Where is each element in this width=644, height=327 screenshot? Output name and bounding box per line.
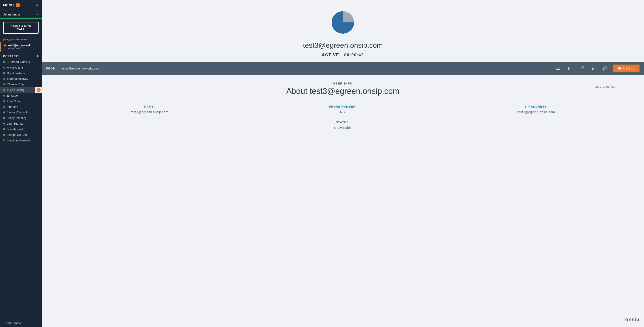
user-info-label: USER INFO — [55, 82, 630, 85]
hamburger-icon[interactable]: ≡ — [36, 3, 38, 7]
from-account: jenny@junctionnetwork... — [0, 37, 42, 42]
caller-id: test3@egreen.onsip.com — [303, 41, 383, 49]
name-label: NAME: — [55, 105, 244, 108]
transfer-button[interactable]: ⇄ — [554, 65, 562, 72]
contact-item[interactable]: Brent Barbara — [0, 70, 42, 76]
contact-name: Eileen Huang — [7, 88, 24, 92]
contacts-label: CONTACTS — [3, 55, 20, 58]
contact-list: 55 Broad Video C...Alicia KnightBrent Ba… — [0, 59, 42, 143]
contact-name: Joseph De Bari — [7, 133, 27, 136]
add-contact-link[interactable]: ADD CONTACT — [595, 85, 617, 88]
contact-name: Jon Margalit — [7, 128, 23, 131]
user-name: Jenny Liang — [3, 12, 20, 16]
contact-status-dot — [3, 128, 5, 130]
onsip-logo: onsip — [625, 317, 640, 323]
contact-item[interactable]: Alicia Knight — [0, 65, 42, 70]
user-info-section: USER INFO ADD CONTACT About test3@egreen… — [42, 75, 644, 136]
timer-value: 00:00:42 — [344, 53, 364, 57]
drag-cursor-icon: ↙ — [36, 88, 40, 92]
contacts-section: CONTACTS + 55 Broad Video C...Alicia Kni… — [0, 52, 42, 319]
phone-value: N/A — [248, 110, 437, 114]
add-contact-bottom-button[interactable]: + Add Contact — [0, 319, 42, 327]
hold-button[interactable]: ⏸ — [565, 65, 573, 72]
sip-label: SIP ADDRESS: — [442, 105, 630, 108]
contact-item[interactable]: John Riordan — [0, 121, 42, 126]
contact-name: bureauoffestivity — [7, 77, 28, 80]
menu-label: MENU ! — [3, 3, 20, 7]
active-call-dot — [4, 44, 6, 47]
sip-value: test3@egreen.onsip.com — [442, 110, 630, 114]
start-new-call-button[interactable]: START A NEW CALL — [3, 22, 38, 34]
status-row: STATUS: Unavailable — [55, 121, 630, 130]
header-bar: MENU ! ≡ — [0, 0, 42, 10]
contact-item[interactable]: Fran Colon — [0, 98, 42, 104]
menu-badge: ! — [16, 3, 20, 7]
sip-field: SIP ADDRESS: test3@egreen.onsip.com — [442, 105, 630, 114]
name-value: test3@egreen.onsip.com — [55, 110, 244, 114]
menu-text: MENU — [3, 3, 14, 7]
contact-name: Junction Networks — [7, 139, 31, 142]
active-timer: ACTIVE: 00:00:42 — [322, 53, 364, 57]
contact-name: John Riordan — [7, 122, 24, 125]
contact-item[interactable]: Joseph De Bari — [0, 132, 42, 138]
contact-name: James Criscuolo — [7, 111, 28, 114]
contact-status-dot — [3, 61, 5, 63]
sidebar: MENU ! ≡ Jenny Liang ▾ START A NEW CALL … — [0, 0, 42, 327]
contact-status-dot — [3, 123, 5, 125]
main-panel: test3@egreen.onsip.com ACTIVE: 00:00:42 … — [42, 0, 644, 327]
contact-status-dot — [3, 139, 5, 141]
phone-label: PHONE NUMBER: — [248, 105, 437, 108]
contact-name: 55 Broad Video C... — [7, 60, 32, 64]
active-call-status: active 00:00:42 — [4, 47, 38, 50]
user-selector[interactable]: Jenny Liang ▾ — [0, 10, 42, 19]
contact-name: Eli Kugel — [7, 94, 18, 97]
contact-status-dot — [3, 111, 5, 113]
phone-field: PHONE NUMBER: N/A — [248, 105, 437, 114]
contact-name: Brent Barbara — [7, 71, 25, 75]
from-label: FROM : — [46, 67, 58, 70]
chevron-down-icon: ▾ — [37, 13, 38, 16]
contact-status-dot — [3, 134, 5, 136]
active-call-email: test3@egren.onsi... — [8, 44, 32, 47]
contact-item[interactable]: bureauoffestivity — [0, 76, 42, 82]
contact-name: Fran Colon — [7, 99, 21, 103]
contact-item[interactable]: Junction Networks — [0, 138, 42, 143]
contact-item[interactable]: 55 Broad Video C... — [0, 59, 42, 65]
contact-status-dot — [3, 100, 5, 102]
contact-name: Clorece Kulp — [7, 83, 24, 86]
status-label: STATUS: — [55, 121, 630, 124]
contact-item[interactable]: Eli Kugel — [0, 93, 42, 98]
from-value: jenny@junctionnetworks.com — [62, 67, 99, 70]
add-contact-icon[interactable]: + — [36, 54, 38, 58]
contact-item[interactable]: Jenny (mobile) — [0, 115, 42, 121]
contact-status-dot — [3, 72, 5, 74]
drag-call-tooltip: ↙DRAG CALL TO TRANSFER — [35, 87, 42, 93]
contacts-header: CONTACTS + — [0, 52, 42, 59]
contact-status-dot — [3, 89, 5, 91]
active-label: ACTIVE: — [322, 53, 341, 57]
keypad-button[interactable]: ⠿ — [590, 65, 597, 72]
contact-status-dot — [3, 106, 5, 108]
contact-status-dot — [3, 95, 5, 97]
contact-item[interactable]: Jon Margalit — [0, 126, 42, 132]
info-grid: NAME: test3@egreen.onsip.com PHONE NUMBE… — [55, 105, 630, 114]
status-value: Unavailable — [55, 126, 630, 130]
call-visual: test3@egreen.onsip.com ACTIVE: 00:00:42 — [42, 0, 644, 62]
end-call-button[interactable]: END CALL — [613, 64, 640, 72]
mute-button[interactable]: 🎤 — [577, 65, 586, 72]
call-controls-bar: FROM : jenny@junctionnetworks.com ⇄ ⏸ 🎤 … — [42, 62, 644, 75]
about-title: About test3@egreen.onsip.com — [55, 86, 630, 96]
contact-status-dot — [3, 83, 5, 85]
contact-item[interactable]: intercom — [0, 104, 42, 110]
contact-name: intercom — [7, 105, 18, 108]
contact-status-dot — [3, 66, 5, 69]
contact-status-dot — [3, 117, 5, 119]
contact-item[interactable]: James Criscuolo — [0, 110, 42, 115]
contact-item[interactable]: Eileen Huang↙DRAG CALL TO TRANSFER — [0, 87, 42, 93]
contact-status-dot — [3, 78, 5, 80]
active-call-item[interactable]: test3@egren.onsi... active 00:00:42 — [0, 42, 42, 51]
contact-name: Alicia Knight — [7, 66, 23, 69]
contact-name: Jenny (mobile) — [7, 116, 26, 120]
volume-button[interactable]: 🔊 — [600, 65, 610, 72]
contact-item[interactable]: Clorece Kulp — [0, 82, 42, 87]
